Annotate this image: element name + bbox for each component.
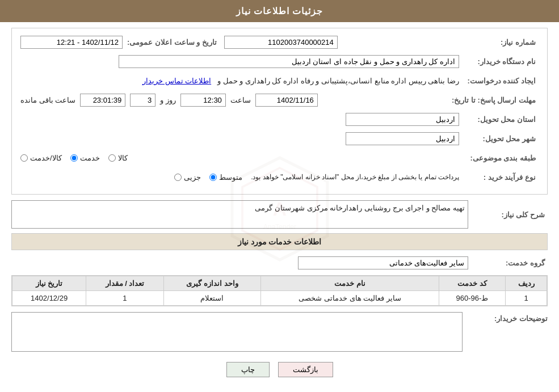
buyer-org-input[interactable]: [119, 55, 459, 68]
purchase-type-label: نوع فرآیند خرید :: [459, 173, 539, 182]
requester-contact-link[interactable]: اطلاعات تماس خریدار: [142, 77, 211, 85]
row-service-group: گروه خدمت:: [11, 255, 548, 271]
need-description-label: شرح کلی نیاز:: [468, 210, 548, 219]
page-header: جزئیات اطلاعات نیاز: [0, 0, 559, 22]
row-subject-category: طبقه بندی موضوعی: کالا خدمت کالا/خدمت: [20, 150, 539, 166]
row-delivery-city: شهر محل تحویل:: [20, 130, 539, 146]
requester-value: رضا بناهی رییس اداره منابع انسانی،پشتیبا…: [20, 77, 459, 85]
need-number-label: شماره نیاز:: [459, 38, 539, 47]
subject-category-label: طبقه بندی موضوعی:: [459, 154, 539, 162]
table-header-row: ردیف کد خدمت نام خدمت واحد اندازه گیری ت…: [12, 276, 547, 291]
back-button[interactable]: بازگشت: [278, 362, 333, 377]
print-button[interactable]: چاپ: [226, 362, 270, 377]
services-section-title: اطلاعات خدمات مورد نیاز: [11, 233, 548, 250]
delivery-province-label: استان محل تحویل:: [459, 115, 539, 124]
motavaset-radio[interactable]: [209, 174, 217, 181]
cell-service-code: ط-96-960: [439, 291, 505, 306]
reply-day-label: روز و: [160, 96, 176, 104]
radio-khedmat[interactable]: خدمت: [70, 154, 100, 162]
jozii-label: جزیی: [184, 173, 201, 182]
buyer-description-section: توضیحات خریدار:: [11, 312, 548, 353]
services-table: ردیف کد خدمت نام خدمت واحد اندازه گیری ت…: [12, 276, 547, 306]
main-form: شماره نیاز: تاریخ و ساعت اعلان عمومی: نا…: [11, 28, 548, 195]
reply-deadline-value: ساعت روز و ساعت باقی مانده: [20, 94, 452, 107]
announce-datetime-input[interactable]: [20, 36, 123, 49]
col-row-num: ردیف: [506, 276, 547, 291]
row-need-description: شرح کلی نیاز: تهیه مصالح و اجرای برج روش…: [11, 200, 548, 229]
col-quantity: تعداد / مقدار: [86, 276, 163, 291]
row-buyer-org: نام دستگاه خریدار:: [20, 53, 539, 69]
service-group-input[interactable]: [298, 256, 468, 269]
delivery-city-value: [20, 132, 459, 145]
reply-time-label: ساعت: [230, 96, 251, 104]
row-delivery-province: استان محل تحویل:: [20, 111, 539, 127]
need-description-box: تهیه مصالح و اجرای برج روشنایی راهدارخان…: [11, 200, 468, 229]
requester-text: رضا بناهی رییس اداره منابع انسانی،پشتیبا…: [217, 77, 459, 85]
reply-date-input[interactable]: [255, 94, 318, 107]
service-group-label: گروه خدمت:: [468, 259, 548, 267]
buyer-org-label: نام دستگاه خریدار:: [459, 57, 539, 66]
jozii-radio[interactable]: [174, 174, 182, 181]
col-unit: واحد اندازه گیری: [163, 276, 261, 291]
radio-jozii[interactable]: جزیی: [174, 173, 201, 182]
col-need-date: تاریخ نیاز: [12, 276, 86, 291]
kala-radio[interactable]: [108, 154, 116, 162]
col-service-name: نام خدمت: [261, 276, 439, 291]
kala-khedmat-label: کالا/خدمت: [30, 154, 62, 162]
services-table-wrapper: ردیف کد خدمت نام خدمت واحد اندازه گیری ت…: [11, 275, 548, 306]
radio-kala[interactable]: کالا: [108, 154, 128, 162]
purchase-type-value: پرداخت تمام یا بخشی از مبلغ خرید،از محل …: [20, 173, 459, 182]
buyer-description-label: توضیحات خریدار:: [468, 312, 548, 323]
need-number-input[interactable]: [224, 36, 338, 49]
row-reply-deadline: مهلت ارسال پاسخ: تا تاریخ: ساعت روز و سا…: [20, 92, 539, 108]
need-number-value: تاریخ و ساعت اعلان عمومی:: [20, 36, 459, 49]
requester-label: ایجاد کننده درخواست:: [459, 77, 539, 85]
cell-quantity: 1: [86, 291, 163, 306]
cell-row-num: 1: [506, 291, 547, 306]
reply-remaining-input[interactable]: [80, 94, 125, 107]
delivery-province-value: [20, 113, 459, 126]
reply-time-input[interactable]: [180, 94, 226, 107]
row-requester: ایجاد کننده درخواست: رضا بناهی رییس ادار…: [20, 73, 539, 88]
khedmat-label: خدمت: [80, 154, 100, 162]
kala-khedmat-radio[interactable]: [20, 154, 28, 162]
announce-datetime-label: تاریخ و ساعت اعلان عمومی:: [127, 38, 220, 47]
buyer-description-box: [11, 312, 463, 353]
motavaset-label: متوسط: [219, 173, 242, 182]
cell-need-date: 1402/12/29: [12, 291, 86, 306]
kala-label: کالا: [118, 154, 128, 162]
delivery-province-input[interactable]: [346, 113, 459, 126]
cell-service-name: سایر فعالیت های خدماتی شخصی: [261, 291, 439, 306]
reply-deadline-label: مهلت ارسال پاسخ: تا تاریخ:: [452, 96, 539, 104]
row-purchase-type: نوع فرآیند خرید : پرداخت تمام یا بخشی از…: [20, 169, 539, 185]
buttons-row: بازگشت چاپ: [11, 362, 548, 377]
khedmat-radio[interactable]: [70, 154, 78, 162]
reply-days-input[interactable]: [130, 94, 155, 107]
buyer-description-textarea[interactable]: [11, 312, 463, 352]
radio-motavaset[interactable]: متوسط: [209, 173, 242, 182]
delivery-city-label: شهر محل تحویل:: [459, 134, 539, 143]
row-need-number: شماره نیاز: تاریخ و ساعت اعلان عمومی:: [20, 34, 539, 50]
radio-kala-khedmat[interactable]: کالا/خدمت: [20, 154, 62, 162]
reply-remaining-label: ساعت باقی مانده: [20, 96, 75, 104]
service-group-value: [11, 256, 468, 269]
need-description-value: تهیه مصالح و اجرای برج روشنایی راهدارخان…: [11, 200, 468, 229]
purchase-note-text: پرداخت تمام یا بخشی از مبلغ خرید،از محل …: [251, 173, 459, 181]
delivery-city-input[interactable]: [346, 132, 459, 145]
col-service-code: کد خدمت: [439, 276, 505, 291]
buyer-org-value: [20, 55, 459, 68]
cell-unit: استعلام: [163, 291, 261, 306]
table-row: 1 ط-96-960 سایر فعالیت های خدماتی شخصی ا…: [12, 291, 547, 306]
subject-radio-group: کالا خدمت کالا/خدمت: [20, 154, 459, 162]
